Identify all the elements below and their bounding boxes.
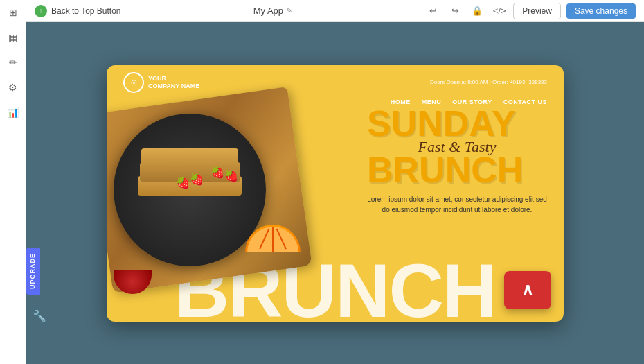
bottom-tool-icon[interactable]: 🔧 xyxy=(33,309,46,322)
topbar-left: ↑ Back to Top Button xyxy=(35,5,121,17)
website-header: ◎ YOUR COMPANY NAME Doors Open at 8:00 A… xyxy=(107,65,564,105)
orange-half xyxy=(245,225,301,280)
upgrade-button[interactable]: Upgrade xyxy=(26,248,40,295)
food-image-area xyxy=(107,86,328,308)
lock-icon[interactable]: 🔒 xyxy=(469,3,485,19)
topbar-center: My App ✎ xyxy=(253,6,292,16)
main-area: ↑ Back to Top Button My App ✎ ↩ ↪ 🔒 </> … xyxy=(26,0,644,364)
strawberry-1 xyxy=(190,173,202,188)
topbar: ↑ Back to Top Button My App ✎ ↩ ↪ 🔒 </> … xyxy=(26,0,644,22)
hero-content: SUNDAY Fast & Tasty BRUNCH Lorem ipsum d… xyxy=(367,107,547,216)
hero-title-brunch: BRUNCH xyxy=(367,153,547,187)
waffle-stack xyxy=(134,135,245,225)
topbar-right: ↩ ↪ 🔒 </> Preview Save changes xyxy=(424,3,636,19)
company-logo: ◎ YOUR COMPANY NAME xyxy=(123,72,199,93)
back-to-top-label: Back to Top Button xyxy=(51,6,121,16)
pen-icon[interactable]: ✏ xyxy=(6,55,20,69)
code-icon[interactable]: </> xyxy=(491,3,508,19)
settings-icon[interactable]: ⚙ xyxy=(6,80,20,94)
website-preview: ◎ YOUR COMPANY NAME Doors Open at 8:00 A… xyxy=(107,65,564,322)
app-name-edit-icon[interactable]: ✎ xyxy=(286,6,292,15)
app-name: My App xyxy=(253,6,283,16)
redo-icon[interactable]: ↪ xyxy=(447,3,463,19)
strawberry-2 xyxy=(211,166,223,181)
orange-outer xyxy=(245,225,301,252)
hero-title-sunday: SUNDAY xyxy=(367,107,547,141)
strawberry-3 xyxy=(176,176,188,191)
strawberry-4 xyxy=(224,169,237,184)
company-name: YOUR COMPANY NAME xyxy=(148,75,199,90)
preview-button[interactable]: Preview xyxy=(513,3,561,19)
chart-icon[interactable]: 📊 xyxy=(6,105,20,119)
left-sidebar: ⊞ ▦ ✏ ⚙ 📊 xyxy=(0,0,26,364)
waffle-layer-3 xyxy=(141,148,238,168)
back-to-top-button[interactable]: ∧ xyxy=(504,271,551,309)
canvas-area: ◎ YOUR COMPANY NAME Doors Open at 8:00 A… xyxy=(26,22,644,364)
save-button[interactable]: Save changes xyxy=(566,3,636,19)
orange-segment-1 xyxy=(272,227,274,252)
chevron-up-icon: ∧ xyxy=(521,280,534,300)
top-info: Doors Open at 8:00 AM | Order: +0193- 32… xyxy=(430,79,547,85)
website-top-bar: ◎ YOUR COMPANY NAME Doors Open at 8:00 A… xyxy=(123,72,547,93)
hero-description: Lorem ipsum dolor sit amet, consectetur … xyxy=(367,194,547,215)
undo-icon[interactable]: ↩ xyxy=(424,3,441,19)
layout-icon[interactable]: ▦ xyxy=(6,31,20,44)
back-icon[interactable]: ↑ xyxy=(35,5,47,17)
logo-circle: ◎ xyxy=(123,72,144,93)
grid-icon[interactable]: ⊞ xyxy=(6,6,20,19)
